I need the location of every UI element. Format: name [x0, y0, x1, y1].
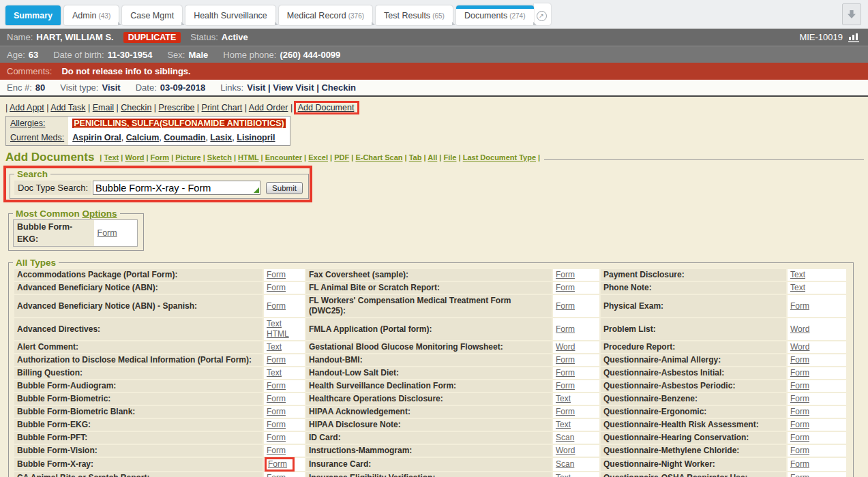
doc-type-link-form[interactable]: Form: [556, 301, 575, 311]
doc-type-link-form[interactable]: Form: [268, 459, 287, 469]
doc-type-link-html[interactable]: HTML: [267, 329, 289, 339]
doc-type-link-form[interactable]: Form: [267, 381, 286, 390]
encounter-link-checkin[interactable]: Checkin: [321, 82, 356, 93]
doc-type-link-form[interactable]: Form: [556, 407, 575, 416]
doc-type-link-form[interactable]: Form: [267, 433, 286, 442]
chart-stats-icon[interactable]: [848, 33, 861, 42]
action-link-add-document[interactable]: Add Document: [298, 103, 355, 112]
doc-type-search-label: Doc Type Search:: [14, 181, 91, 195]
doc-type-link-form[interactable]: Form: [556, 381, 575, 390]
allergy-value-link[interactable]: PENICILLINS, SULFA(SULFONAMIDE ANTIBIOTI…: [72, 119, 286, 128]
doc-type-link-form[interactable]: Form: [267, 420, 286, 429]
doc-type-label: Handout-BMI:: [306, 354, 552, 366]
format-link-sketch[interactable]: Sketch: [207, 153, 232, 161]
action-link-add-task[interactable]: Add Task: [50, 103, 85, 112]
format-link-pdf[interactable]: PDF: [334, 153, 349, 161]
format-link-last-document-type[interactable]: Last Document Type: [463, 153, 536, 161]
doc-type-link-text[interactable]: Text: [267, 342, 282, 352]
tab-health-surveillance[interactable]: Health Surveillance: [185, 5, 275, 25]
doc-type-label: Procedure Report:: [601, 341, 786, 353]
med-link-lisinopril[interactable]: Lisinopril: [237, 133, 275, 142]
doc-type-label: Instructions-Mammogram:: [306, 445, 552, 457]
current-meds-link[interactable]: Current Meds:: [10, 133, 64, 142]
doc-type-link-form[interactable]: Form: [556, 270, 575, 279]
doc-type-link-form[interactable]: Form: [267, 301, 286, 311]
doc-type-link-form[interactable]: Form: [790, 459, 809, 469]
action-link-email[interactable]: Email: [93, 103, 114, 112]
doc-type-link-scan[interactable]: Scan: [556, 459, 574, 469]
tab-documents[interactable]: Documents(274): [456, 5, 534, 25]
doc-type-link-text[interactable]: Text: [556, 473, 571, 477]
current-meds-list: Aspirin Oral, Calcium, Coumadin, Lasix, …: [68, 131, 290, 146]
encounter-link-visit[interactable]: Visit: [247, 82, 265, 93]
doc-link-cell: Form: [264, 458, 305, 471]
doc-type-link-form[interactable]: Form: [790, 446, 809, 455]
doc-type-link-word[interactable]: Word: [556, 446, 575, 455]
doc-type-link-form[interactable]: Form: [267, 394, 286, 403]
format-link-excel[interactable]: Excel: [308, 153, 328, 161]
options-link[interactable]: Options: [83, 209, 117, 219]
action-link-prescribe[interactable]: Prescribe: [159, 103, 195, 112]
format-link-text[interactable]: Text: [104, 153, 119, 161]
doc-type-link-form[interactable]: Form: [267, 270, 286, 279]
doc-type-link-form[interactable]: Form: [556, 368, 575, 378]
doc-type-link-form[interactable]: Form: [790, 301, 809, 311]
doc-type-link-form[interactable]: Form: [267, 283, 286, 292]
download-button[interactable]: [842, 3, 861, 25]
doc-type-link-form[interactable]: Form: [556, 355, 575, 365]
format-link-html[interactable]: HTML: [238, 153, 258, 161]
doc-type-link-form[interactable]: Form: [267, 407, 286, 416]
doc-type-link-form[interactable]: Form: [267, 446, 286, 455]
doc-type-link-scan[interactable]: Scan: [556, 433, 574, 442]
tab-summary[interactable]: Summary: [5, 5, 61, 25]
doc-type-link-word[interactable]: Word: [556, 342, 575, 352]
doc-type-link-text[interactable]: Text: [790, 270, 805, 279]
doc-type-link-text[interactable]: Text: [267, 319, 282, 328]
doc-type-link-form[interactable]: Form: [790, 473, 809, 477]
doc-type-link-form[interactable]: Form: [267, 355, 286, 365]
format-link-word[interactable]: Word: [125, 153, 145, 161]
doc-type-link[interactable]: Form: [98, 228, 117, 238]
doc-type-link-form[interactable]: Form: [556, 283, 575, 292]
format-link-e-chart-scan[interactable]: E-Chart Scan: [355, 153, 402, 161]
doc-type-search-input[interactable]: [93, 181, 260, 195]
doc-type-link-form[interactable]: Form: [790, 368, 809, 378]
tab-medical-record[interactable]: Medical Record(376): [279, 5, 372, 25]
visit-type-label: Visit type:: [60, 82, 98, 93]
format-link-tab[interactable]: Tab: [409, 153, 422, 161]
allergies-link[interactable]: Allergies:: [10, 119, 45, 128]
doc-type-link-text[interactable]: Text: [267, 368, 282, 378]
format-link-all[interactable]: All: [428, 153, 437, 161]
submit-button[interactable]: Submit: [266, 182, 303, 194]
action-link-checkin[interactable]: Checkin: [121, 103, 151, 112]
comments-bar: Comments: Do not release info to sibling…: [0, 63, 868, 80]
encounter-link-view-visit[interactable]: View Visit: [273, 82, 314, 93]
format-link-picture[interactable]: Picture: [175, 153, 200, 161]
doc-type-link-word[interactable]: Word: [790, 324, 809, 334]
tab-admin[interactable]: Admin(43): [64, 5, 119, 25]
doc-type-link-form[interactable]: Form: [790, 420, 809, 429]
med-link-lasix[interactable]: Lasix: [210, 133, 232, 142]
med-link-calcium[interactable]: Calcium: [126, 133, 160, 142]
action-link-add-appt[interactable]: Add Appt: [10, 103, 44, 112]
doc-type-link-form[interactable]: Form: [556, 324, 575, 334]
doc-type-link-form[interactable]: Form: [790, 433, 809, 442]
action-link-add-order[interactable]: Add Order: [249, 103, 288, 112]
doc-type-link-form[interactable]: Form: [790, 355, 809, 365]
tab-test-results[interactable]: Test Results(65): [376, 5, 453, 25]
format-link-encounter[interactable]: Encounter: [265, 153, 302, 161]
tab-case-mgmt[interactable]: Case Mgmt: [122, 5, 182, 25]
doc-type-link-word[interactable]: Word: [790, 342, 809, 352]
doc-type-link-text[interactable]: Text: [790, 283, 805, 292]
doc-type-link-form[interactable]: Form: [790, 407, 809, 416]
doc-type-link-form[interactable]: Form: [790, 394, 809, 403]
action-link-print-chart[interactable]: Print Chart: [202, 103, 243, 112]
med-link-coumadin[interactable]: Coumadin: [164, 133, 205, 142]
doc-type-link-form[interactable]: Form: [790, 381, 809, 390]
format-link-file[interactable]: File: [444, 153, 457, 161]
doc-type-link-form[interactable]: Form: [267, 473, 286, 477]
format-link-form[interactable]: Form: [151, 153, 170, 161]
doc-type-link-text[interactable]: Text: [556, 394, 571, 403]
med-link-aspirin-oral[interactable]: Aspirin Oral: [72, 133, 121, 142]
doc-type-link-text[interactable]: Text: [556, 420, 571, 429]
